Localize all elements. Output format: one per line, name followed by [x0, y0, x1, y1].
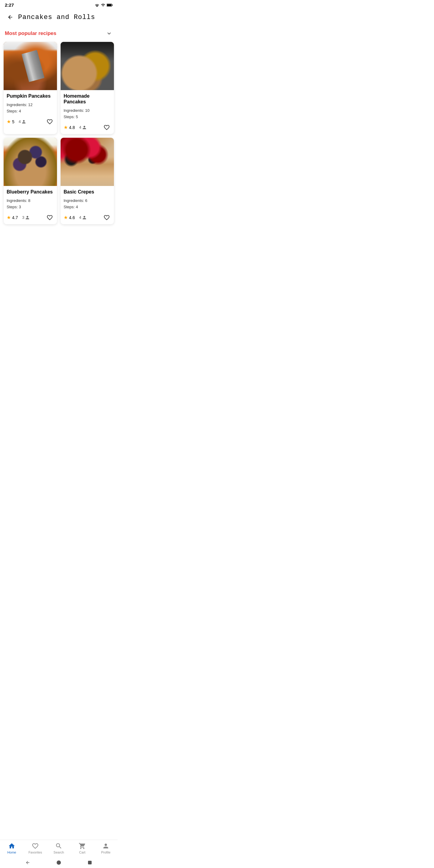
recipe-footer-pumpkin: ★ 5 4: [7, 118, 54, 126]
heart-icon-crepes: [103, 214, 110, 221]
section-title: Most popular recipes: [5, 30, 56, 36]
rating-score-pumpkin: 5: [12, 119, 14, 124]
servings-pumpkin: 4: [19, 119, 26, 124]
expand-button[interactable]: [105, 30, 113, 37]
star-icon-blueberry: ★: [7, 215, 11, 220]
page-title: Pancakes and Rolls: [18, 13, 95, 21]
status-bar: 2:27: [0, 0, 118, 9]
recipe-image-crepes: [61, 138, 114, 186]
servings-blueberry: 3: [22, 215, 29, 220]
back-button[interactable]: [5, 12, 16, 23]
person-icon-homemade: [82, 125, 87, 130]
svg-rect-2: [107, 4, 111, 6]
recipe-image-blueberry: [4, 138, 57, 186]
recipe-info-homemade: Homemade Pancakes Ingredients: 10Steps: …: [61, 90, 114, 134]
person-icon-pumpkin: [22, 120, 26, 124]
star-icon-pumpkin: ★: [7, 119, 11, 124]
favorite-button-crepes[interactable]: [102, 213, 111, 222]
recipe-meta-homemade: Ingredients: 10Steps: 5: [64, 107, 111, 120]
recipe-card-homemade-pancakes[interactable]: Homemade Pancakes Ingredients: 10Steps: …: [61, 42, 114, 134]
rating-score-crepes: 4.6: [69, 215, 75, 220]
recipe-footer-homemade: ★ 4.8 4: [64, 123, 111, 132]
recipe-name-homemade: Homemade Pancakes: [64, 93, 111, 104]
favorite-button-homemade[interactable]: [102, 123, 111, 132]
heart-icon-pumpkin: [46, 119, 53, 125]
recipe-image-pumpkin: [4, 42, 57, 90]
recipe-meta-blueberry: Ingredients: 8Steps: 3: [7, 198, 54, 210]
rating-score-blueberry: 4.7: [12, 215, 18, 220]
section-header: Most popular recipes: [0, 27, 118, 42]
recipe-info-crepes: Basic Crepes Ingredients: 6Steps: 4 ★ 4.…: [61, 186, 114, 224]
recipe-info-pumpkin: Pumpkin Pancakes Ingredients: 12Steps: 4…: [4, 90, 57, 128]
recipe-grid: Pumpkin Pancakes Ingredients: 12Steps: 4…: [0, 42, 118, 224]
person-icon-blueberry: [25, 216, 30, 220]
chevron-down-icon: [106, 30, 113, 37]
status-icons: [95, 3, 113, 7]
recipe-meta-pumpkin: Ingredients: 12Steps: 4: [7, 102, 54, 115]
recipe-footer-crepes: ★ 4.6 4: [64, 213, 111, 222]
recipe-info-blueberry: Blueberry Pancakes Ingredients: 8Steps: …: [4, 186, 57, 224]
recipe-name-pumpkin: Pumpkin Pancakes: [7, 93, 54, 99]
rating-score-homemade: 4.8: [69, 125, 75, 130]
recipe-meta-crepes: Ingredients: 6Steps: 4: [64, 198, 111, 210]
star-icon-homemade: ★: [64, 124, 68, 130]
svg-rect-1: [112, 4, 113, 5]
rating-homemade: ★ 4.8 4: [64, 124, 87, 130]
battery-icon: [107, 3, 113, 7]
rating-pumpkin: ★ 5 4: [7, 119, 26, 124]
page-header: Pancakes and Rolls: [0, 9, 118, 27]
heart-icon-homemade: [103, 124, 110, 131]
main-content: Most popular recipes Pumpkin Pancakes In…: [0, 27, 118, 254]
servings-crepes: 4: [79, 215, 86, 220]
recipe-name-crepes: Basic Crepes: [64, 189, 111, 195]
status-time: 2:27: [5, 2, 14, 7]
favorite-button-pumpkin[interactable]: [45, 118, 54, 126]
recipe-image-homemade: [61, 42, 114, 90]
rating-crepes: ★ 4.6 4: [64, 215, 87, 220]
star-icon-crepes: ★: [64, 215, 68, 220]
signal-icon: [101, 3, 105, 7]
back-arrow-icon: [7, 14, 13, 20]
rating-blueberry: ★ 4.7 3: [7, 215, 30, 220]
wifi-icon: [95, 3, 99, 7]
recipe-card-pumpkin-pancakes[interactable]: Pumpkin Pancakes Ingredients: 12Steps: 4…: [4, 42, 57, 134]
recipe-card-blueberry-pancakes[interactable]: Blueberry Pancakes Ingredients: 8Steps: …: [4, 138, 57, 224]
favorite-button-blueberry[interactable]: [45, 213, 54, 222]
person-icon-crepes: [82, 216, 87, 220]
recipe-name-blueberry: Blueberry Pancakes: [7, 189, 54, 195]
heart-icon-blueberry: [46, 214, 53, 221]
recipe-card-basic-crepes[interactable]: Basic Crepes Ingredients: 6Steps: 4 ★ 4.…: [61, 138, 114, 224]
recipe-footer-blueberry: ★ 4.7 3: [7, 213, 54, 222]
servings-homemade: 4: [79, 125, 86, 130]
